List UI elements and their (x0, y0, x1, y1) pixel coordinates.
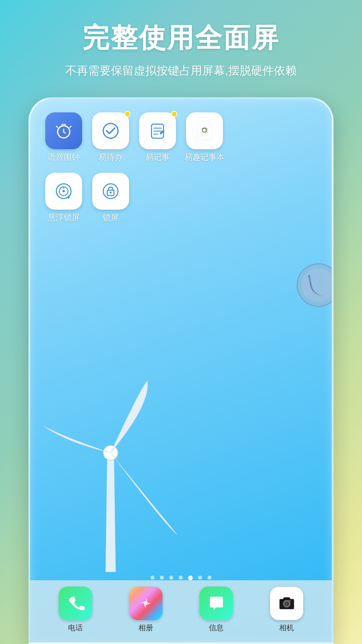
svg-point-15 (103, 184, 118, 199)
apps-area: 语音闹钟 易待办 (44, 112, 318, 233)
main-title: 完整使用全面屏 (0, 20, 362, 56)
dock-messages-icon (199, 587, 233, 620)
dock-camera-icon (270, 587, 303, 620)
header-area: 完整使用全面屏 不再需要保留虚拟按键占用屏幕,摆脱硬件依赖 (0, 20, 362, 78)
dock-photos-icon (129, 587, 163, 620)
svg-point-12 (63, 190, 65, 193)
phone-mockup: 语音闹钟 易待办 (28, 97, 334, 644)
app-float-lock[interactable]: 悬浮锁屏 (44, 173, 84, 223)
alarm-label: 语音闹钟 (48, 152, 80, 163)
page-dot-6 (198, 576, 202, 580)
floating-button[interactable] (297, 263, 334, 307)
dock: 电话 相册 信息 (30, 580, 332, 642)
notebook-label: 易趣记事本 (184, 152, 225, 163)
windmill-background (30, 347, 332, 582)
dock-messages-label: 信息 (209, 623, 224, 633)
notes-label: 易记事 (145, 152, 170, 163)
svg-point-17 (110, 192, 112, 194)
todo-label: 易待办 (99, 152, 123, 163)
notes-badge (171, 111, 177, 117)
page-dots (30, 576, 332, 580)
lock-icon (92, 173, 129, 210)
dock-camera-label: 相机 (279, 623, 294, 633)
float-lock-icon (45, 173, 82, 210)
windmill-svg (44, 354, 178, 582)
page-dot-4 (179, 576, 183, 580)
app-notes[interactable]: 易记事 (137, 112, 178, 163)
svg-point-22 (289, 600, 291, 602)
page-dot-2 (160, 576, 164, 580)
dock-messages[interactable]: 信息 (199, 587, 233, 633)
svg-rect-8 (197, 123, 212, 140)
svg-point-3 (103, 123, 118, 138)
page-dot-5-active (188, 576, 193, 580)
dock-camera[interactable]: 相机 (270, 587, 303, 633)
dock-photos[interactable]: 相册 (129, 587, 163, 633)
apps-row-1: 语音闹钟 易待办 (44, 112, 318, 163)
sub-title: 不再需要保留虚拟按键占用屏幕,摆脱硬件依赖 (0, 63, 362, 78)
svg-marker-0 (106, 454, 116, 572)
dock-photos-label: 相册 (138, 623, 153, 633)
floating-button-inner (302, 268, 334, 302)
dock-phone-icon (59, 587, 92, 620)
dock-phone-label: 电话 (68, 623, 83, 633)
todo-icon (92, 112, 129, 149)
lock-label: 锁屏 (103, 212, 119, 223)
page-dot-1 (150, 576, 155, 580)
app-notebook[interactable]: 易趣记事本 (184, 112, 225, 163)
alarm-icon (45, 112, 82, 149)
page-dot-7 (207, 576, 212, 580)
dock-phone[interactable]: 电话 (59, 587, 92, 633)
svg-point-9 (203, 129, 206, 131)
floating-button-arc (308, 272, 328, 298)
todo-badge (124, 111, 130, 117)
apps-row-2: 悬浮锁屏 锁屏 (44, 173, 318, 223)
notes-icon (139, 112, 176, 149)
app-alarm[interactable]: 语音闹钟 (44, 112, 84, 163)
svg-point-21 (285, 602, 288, 605)
page-dot-3 (169, 576, 173, 580)
app-todo[interactable]: 易待办 (90, 112, 131, 163)
app-lock[interactable]: 锁屏 (90, 173, 131, 223)
svg-point-18 (144, 601, 148, 605)
float-lock-label: 悬浮锁屏 (48, 212, 80, 223)
notebook-icon (186, 112, 223, 149)
